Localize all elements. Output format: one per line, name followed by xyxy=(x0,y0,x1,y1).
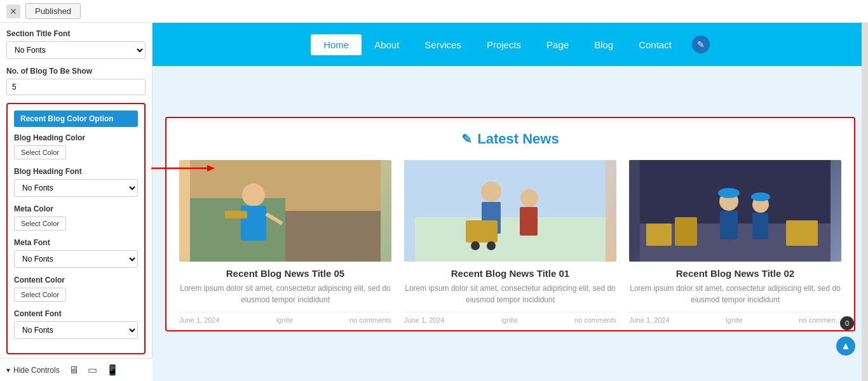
svg-rect-12 xyxy=(520,207,538,236)
nav-item-projects[interactable]: Projects xyxy=(474,34,534,55)
edit-icon[interactable]: ✎ xyxy=(692,36,710,53)
blog-card-img-2 xyxy=(404,160,616,262)
blog-card-meta-3: June 1, 2024 ignite no commen... xyxy=(629,312,841,324)
no-of-blog-group: No. of Blog To Be Show 5 xyxy=(6,67,146,95)
svg-rect-24 xyxy=(752,213,768,239)
nav-item-blog[interactable]: Blog xyxy=(581,34,626,55)
close-button[interactable]: ✕ xyxy=(6,4,20,18)
blog-card-img-3 xyxy=(629,160,841,262)
blog-card-comments-1: no comments xyxy=(349,316,391,324)
svg-point-3 xyxy=(242,184,265,206)
blog-card-date-3: June 1, 2024 xyxy=(629,316,670,324)
right-scrollbar[interactable] xyxy=(862,0,868,381)
latest-news-text: Latest News xyxy=(477,131,559,147)
chevron-down-icon: ▾ xyxy=(6,366,10,375)
blog-card-author-3: ignite xyxy=(726,316,742,324)
svg-rect-20 xyxy=(786,220,818,246)
meta-font-select[interactable]: No Fonts xyxy=(14,250,138,268)
content-color-group: Content Color Select Color xyxy=(14,276,138,302)
site-navigation: Home About Services Projects Page Blog C… xyxy=(153,23,868,66)
blog-heading-color-group: Blog Heading Color Select Color xyxy=(14,133,138,159)
blog-card-desc-1: Lorem ipsum dolor sit amet, consectetur … xyxy=(179,283,391,305)
blog-grid: Recent Blog News Title 05 Lorem ipsum do… xyxy=(179,160,841,324)
bottom-controls: ▾ Hide Controls 🖥 ▭ 📱 xyxy=(0,358,153,381)
desktop-icon[interactable]: 🖥 xyxy=(69,364,79,376)
blog-card-3: Recent Blog News Title 02 Lorem ipsum do… xyxy=(629,160,841,324)
pencil-icon: ✎ xyxy=(461,131,472,147)
blog-card-comments-2: no comments xyxy=(574,316,616,324)
svg-rect-19 xyxy=(675,217,697,246)
scroll-up-button[interactable]: ▲ xyxy=(836,337,855,356)
blog-heading-font-select[interactable]: No Fonts xyxy=(14,179,138,197)
blog-heading-color-label: Blog Heading Color xyxy=(14,133,138,142)
no-of-blog-label: No. of Blog To Be Show xyxy=(6,67,146,76)
svg-rect-22 xyxy=(720,211,738,239)
svg-rect-13 xyxy=(466,220,498,243)
select-color-button-3[interactable]: Select Color xyxy=(14,288,66,302)
svg-point-11 xyxy=(520,189,538,207)
svg-point-26 xyxy=(751,192,770,201)
no-of-blog-input[interactable]: 5 xyxy=(6,79,146,95)
content-font-label: Content Font xyxy=(14,309,138,318)
mobile-icon[interactable]: 📱 xyxy=(106,364,119,376)
blog-card-date-1: June 1, 2024 xyxy=(179,316,220,324)
blog-heading-font-label: Blog Heading Font xyxy=(14,167,138,176)
blog-section: ✎ Latest News Re xyxy=(165,117,855,331)
svg-point-14 xyxy=(471,241,480,250)
section-title-font-select[interactable]: No Fonts xyxy=(6,41,146,59)
blog-card-img-1 xyxy=(179,160,391,262)
blog-card-author-2: ignite xyxy=(501,316,518,324)
content-font-select[interactable]: No Fonts xyxy=(14,321,138,339)
blog-section-title: ✎ Latest News xyxy=(179,131,841,147)
svg-rect-8 xyxy=(415,217,606,262)
svg-rect-2 xyxy=(285,211,381,262)
svg-rect-18 xyxy=(646,224,672,246)
meta-color-label: Meta Color xyxy=(14,204,138,213)
panel-content: Section Title Font No Fonts No. of Blog … xyxy=(0,23,152,381)
meta-font-label: Meta Font xyxy=(14,238,138,247)
scroll-indicator: 0 xyxy=(840,316,854,330)
select-color-button-2[interactable]: Select Color xyxy=(14,217,66,231)
select-color-button-1[interactable]: Select Color xyxy=(14,145,66,159)
blog-card-1: Recent Blog News Title 05 Lorem ipsum do… xyxy=(179,160,391,324)
blog-card-title-2: Recent Blog News Title 01 xyxy=(404,268,616,279)
top-bar-left: ✕ Published xyxy=(6,3,81,19)
svg-point-25 xyxy=(718,188,740,198)
nav-item-services[interactable]: Services xyxy=(412,34,474,55)
nav-item-contact[interactable]: Contact xyxy=(626,34,684,55)
blog-card-author-1: ignite xyxy=(276,316,293,324)
content-color-label: Content Color xyxy=(14,276,138,284)
svg-point-9 xyxy=(481,182,501,202)
hide-controls-button[interactable]: ▾ Hide Controls xyxy=(6,366,60,375)
section-title-font-label: Section Title Font xyxy=(6,29,146,38)
color-section-header[interactable]: Recent Blog Color Option xyxy=(14,110,138,127)
blog-card-meta-2: June 1, 2024 ignite no comments xyxy=(404,312,616,324)
hide-controls-label: Hide Controls xyxy=(13,366,60,375)
light-blue-section xyxy=(153,66,868,117)
top-bar: ✕ Published xyxy=(0,0,868,23)
blog-card-title-1: Recent Blog News Title 05 xyxy=(179,268,391,279)
left-panel: Section Title Font No Fonts No. of Blog … xyxy=(0,23,153,381)
color-section-border: Recent Blog Color Option Blog Heading Co… xyxy=(6,103,146,354)
meta-font-group: Meta Font No Fonts xyxy=(14,238,138,268)
main-area: Home About Services Projects Page Blog C… xyxy=(153,0,868,381)
svg-point-15 xyxy=(487,241,496,250)
meta-color-group: Meta Color Select Color xyxy=(14,204,138,231)
blog-heading-font-group: Blog Heading Font No Fonts xyxy=(14,167,138,197)
published-button[interactable]: Published xyxy=(25,3,81,19)
blog-card-desc-3: Lorem ipsum dolor sit amet, consectetur … xyxy=(629,283,841,305)
nav-item-about[interactable]: About xyxy=(362,34,412,55)
blog-card-title-3: Recent Blog News Title 02 xyxy=(629,268,841,279)
svg-rect-5 xyxy=(225,211,247,218)
nav-item-page[interactable]: Page xyxy=(534,34,581,55)
nav-item-home[interactable]: Home xyxy=(311,34,362,55)
blog-card-date-2: June 1, 2024 xyxy=(404,316,445,324)
blog-card-meta-1: June 1, 2024 ignite no comments xyxy=(179,312,391,324)
blog-card-desc-2: Lorem ipsum dolor sit amet, consectetur … xyxy=(404,283,616,305)
content-font-group: Content Font No Fonts xyxy=(14,309,138,339)
tablet-icon[interactable]: ▭ xyxy=(88,364,97,376)
blog-card-2: Recent Blog News Title 01 Lorem ipsum do… xyxy=(404,160,616,324)
svg-rect-1 xyxy=(190,198,285,262)
blog-card-comments-3: no commen... xyxy=(799,316,841,324)
section-title-font-group: Section Title Font No Fonts xyxy=(6,29,146,59)
